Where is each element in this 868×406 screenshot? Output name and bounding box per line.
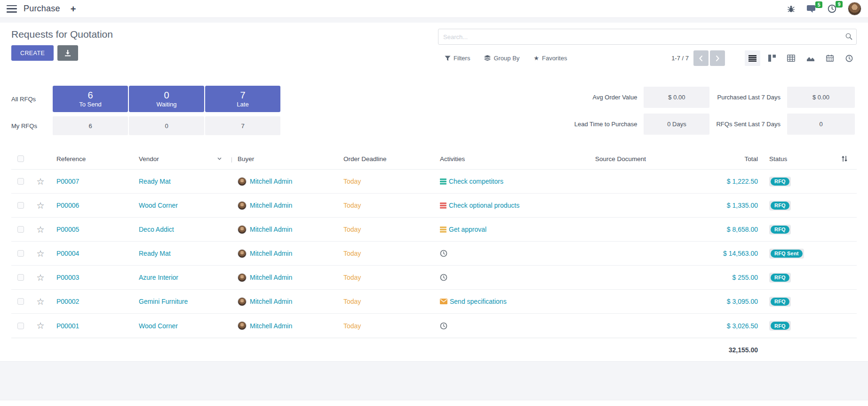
vendor-link[interactable]: Ready Mat — [139, 250, 171, 257]
my-to-send-tile[interactable]: 6 — [53, 116, 128, 135]
row-star-toggle[interactable]: ☆ — [36, 321, 44, 330]
header-vendor[interactable]: Vendor — [133, 155, 232, 162]
pager-next-button[interactable] — [710, 50, 725, 66]
buyer-avatar — [238, 225, 247, 234]
buyer-link[interactable]: Mitchell Admin — [250, 298, 292, 305]
row-star-toggle[interactable]: ☆ — [36, 225, 44, 234]
buyer-link[interactable]: Mitchell Admin — [250, 202, 292, 209]
row-checkbox[interactable] — [17, 202, 24, 209]
vendor-link[interactable]: Azure Interior — [139, 274, 178, 281]
messages-icon[interactable]: 5 — [806, 5, 816, 13]
favorites-star-icon: ★ — [534, 55, 539, 62]
view-pivot-button[interactable] — [783, 50, 799, 66]
buyer-link[interactable]: Mitchell Admin — [250, 250, 292, 257]
tile-waiting[interactable]: 0 Waiting — [129, 86, 204, 112]
row-star-toggle[interactable]: ☆ — [36, 297, 44, 306]
pager-previous-button[interactable] — [693, 50, 709, 66]
search-icon[interactable] — [845, 33, 852, 42]
activities-clock-icon[interactable]: 9 — [828, 4, 836, 13]
tasks-list-icon[interactable] — [440, 179, 446, 185]
deadline-text: Today — [343, 322, 361, 330]
waiting-label: Waiting — [157, 101, 177, 108]
view-graph-button[interactable] — [803, 50, 818, 66]
table-row[interactable]: ☆ P00002 Gemini Furniture Mitchell Admin… — [11, 290, 857, 314]
table-row[interactable]: ☆ P00001 Wood Corner Mitchell Admin Toda… — [11, 314, 857, 338]
buyer-link[interactable]: Mitchell Admin — [250, 274, 292, 281]
table-row[interactable]: ☆ P00004 Ready Mat Mitchell Admin Today … — [11, 242, 857, 266]
view-activity-button[interactable] — [841, 50, 857, 66]
clock-icon[interactable] — [440, 250, 447, 257]
tasks-list-icon[interactable] — [440, 227, 446, 233]
clock-icon[interactable] — [440, 274, 447, 281]
view-kanban-button[interactable] — [764, 50, 780, 66]
row-checkbox[interactable] — [17, 274, 24, 281]
activity-label[interactable]: Get approval — [449, 226, 486, 233]
reference-link[interactable]: P00001 — [56, 322, 79, 330]
row-star-toggle[interactable]: ☆ — [36, 249, 44, 258]
table-row[interactable]: ☆ P00006 Wood Corner Mitchell Admin Toda… — [11, 194, 857, 218]
filters-button[interactable]: Filters — [445, 55, 470, 62]
reference-link[interactable]: P00006 — [56, 202, 79, 209]
table-row[interactable]: ☆ P00007 Ready Mat Mitchell Admin Today … — [11, 170, 857, 194]
tile-late[interactable]: 7 Late — [205, 86, 280, 112]
search-input[interactable] — [438, 29, 857, 45]
header-activities[interactable]: Activities — [434, 155, 589, 162]
tile-to-send[interactable]: 6 To Send — [53, 86, 128, 112]
table-row[interactable]: ☆ P00003 Azure Interior Mitchell Admin T… — [11, 266, 857, 290]
rfq-list: Reference Vendor Buyer Order Deadline Ac… — [0, 148, 868, 362]
messages-count-badge: 5 — [815, 1, 822, 8]
group-by-button[interactable]: Group By — [484, 55, 519, 62]
new-tab-button[interactable]: + — [71, 4, 76, 14]
buyer-link[interactable]: Mitchell Admin — [250, 178, 292, 185]
app-name[interactable]: Purchase — [24, 4, 60, 14]
row-star-toggle[interactable]: ☆ — [36, 273, 44, 282]
row-checkbox[interactable] — [17, 323, 24, 329]
all-rfqs-label: All RFQs — [11, 96, 52, 103]
vendor-link[interactable]: Gemini Furniture — [139, 298, 188, 305]
reference-link[interactable]: P00007 — [56, 178, 79, 185]
header-buyer[interactable]: Buyer — [232, 155, 338, 162]
row-checkbox[interactable] — [17, 178, 24, 185]
header-reference[interactable]: Reference — [51, 155, 133, 162]
header-status[interactable]: Status — [764, 155, 808, 162]
view-list-button[interactable] — [745, 50, 760, 66]
favorites-button[interactable]: ★ Favorites — [534, 55, 567, 62]
reference-link[interactable]: P00003 — [56, 274, 79, 281]
vendor-link[interactable]: Wood Corner — [139, 202, 178, 209]
reference-link[interactable]: P00004 — [56, 250, 79, 257]
table-row[interactable]: ☆ P00005 Deco Addict Mitchell Admin Toda… — [11, 218, 857, 242]
row-checkbox[interactable] — [17, 298, 24, 305]
tasks-list-icon[interactable] — [440, 203, 446, 209]
select-all-checkbox[interactable] — [17, 155, 24, 162]
adjust-columns-icon[interactable] — [841, 155, 848, 162]
row-star-toggle[interactable]: ☆ — [36, 177, 44, 186]
view-calendar-button[interactable] — [822, 50, 837, 66]
create-button[interactable]: CREATE — [11, 45, 54, 61]
header-order-deadline[interactable]: Order Deadline — [338, 155, 434, 162]
activity-label[interactable]: Check optional products — [449, 202, 519, 209]
row-checkbox[interactable] — [17, 226, 24, 233]
debug-bug-icon[interactable] — [787, 5, 795, 13]
row-checkbox[interactable] — [17, 250, 24, 257]
buyer-link[interactable]: Mitchell Admin — [250, 322, 292, 330]
vendor-link[interactable]: Wood Corner — [139, 322, 178, 330]
activity-label[interactable]: Send specifications — [450, 298, 507, 305]
sort-chevron-down-icon — [217, 157, 222, 160]
vendor-link[interactable]: Ready Mat — [139, 178, 171, 185]
header-source-document[interactable]: Source Document — [589, 155, 707, 162]
row-star-toggle[interactable]: ☆ — [36, 201, 44, 210]
envelope-icon[interactable] — [440, 299, 447, 304]
vendor-link[interactable]: Deco Addict — [139, 226, 174, 233]
buyer-link[interactable]: Mitchell Admin — [250, 226, 292, 233]
reference-link[interactable]: P00002 — [56, 298, 79, 305]
activity-label[interactable]: Check competitors — [449, 178, 503, 185]
my-waiting-tile[interactable]: 0 — [129, 116, 204, 135]
column-resize-handle[interactable] — [231, 157, 232, 162]
user-avatar[interactable] — [848, 2, 861, 16]
export-download-button[interactable] — [57, 45, 78, 61]
apps-menu-icon[interactable] — [7, 5, 17, 13]
my-late-tile[interactable]: 7 — [205, 116, 280, 135]
reference-link[interactable]: P00005 — [56, 226, 79, 233]
header-total[interactable]: Total — [707, 155, 764, 162]
clock-icon[interactable] — [440, 322, 447, 330]
